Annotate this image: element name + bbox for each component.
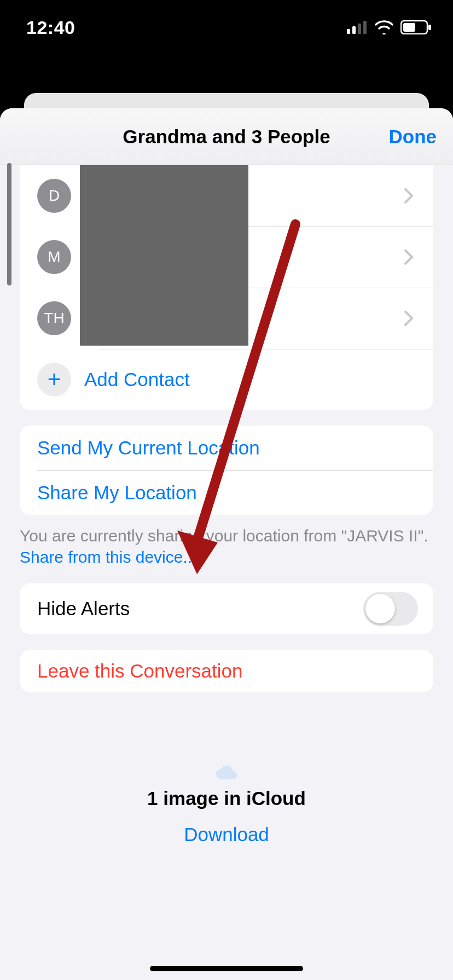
leave-section: Leave this Conversation (20, 650, 433, 692)
status-time: 12:40 (26, 17, 75, 38)
leave-conversation-button[interactable]: Leave this Conversation (20, 650, 433, 692)
status-bar: 12:40 (0, 0, 453, 55)
icloud-images-block: 1 image in iCloud Download (0, 763, 453, 845)
contacts-section: D M TH + Add Contact (20, 165, 433, 410)
icloud-title: 1 image in iCloud (0, 788, 453, 809)
cellular-icon (347, 21, 368, 34)
chevron-right-icon (404, 310, 414, 326)
location-section: Send My Current Location Share My Locati… (20, 425, 433, 515)
hide-alerts-label: Hide Alerts (37, 598, 130, 620)
hide-alerts-row: Hide Alerts (20, 583, 433, 634)
avatar: D (37, 179, 71, 213)
chevron-right-icon (404, 188, 414, 204)
hide-alerts-toggle[interactable] (363, 592, 418, 626)
svg-rect-3 (363, 21, 367, 34)
svg-rect-5 (428, 25, 431, 30)
redaction-overlay (80, 165, 248, 346)
note-text: You are currently sharing your location … (20, 527, 428, 545)
plus-icon: + (37, 363, 71, 396)
chevron-right-icon (404, 249, 414, 265)
battery-icon (400, 20, 432, 34)
group-details-modal: Grandma and 3 People Done D M TH + Add C… (0, 108, 453, 980)
alerts-section: Hide Alerts (20, 583, 433, 634)
svg-rect-6 (403, 23, 415, 32)
download-button[interactable]: Download (0, 824, 453, 845)
home-indicator (150, 966, 303, 971)
avatar: M (37, 240, 71, 274)
svg-rect-2 (358, 24, 361, 34)
scroll-indicator (7, 163, 11, 285)
svg-rect-0 (347, 29, 350, 34)
add-contact-label: Add Contact (84, 369, 190, 390)
done-button[interactable]: Done (389, 108, 437, 165)
svg-rect-1 (352, 26, 356, 34)
status-icons (347, 20, 432, 34)
toggle-knob (365, 594, 395, 623)
share-location-button[interactable]: Share My Location (20, 470, 433, 515)
modal-title: Grandma and 3 People (123, 126, 330, 148)
add-contact-row[interactable]: + Add Contact (20, 349, 433, 410)
modal-header: Grandma and 3 People Done (0, 108, 453, 165)
location-sharing-note: You are currently sharing your location … (20, 525, 433, 568)
avatar: TH (37, 301, 71, 335)
share-from-device-link[interactable]: Share from this device... (20, 548, 196, 566)
send-location-button[interactable]: Send My Current Location (20, 425, 433, 470)
cloud-icon (215, 763, 238, 780)
wifi-icon (374, 20, 394, 34)
